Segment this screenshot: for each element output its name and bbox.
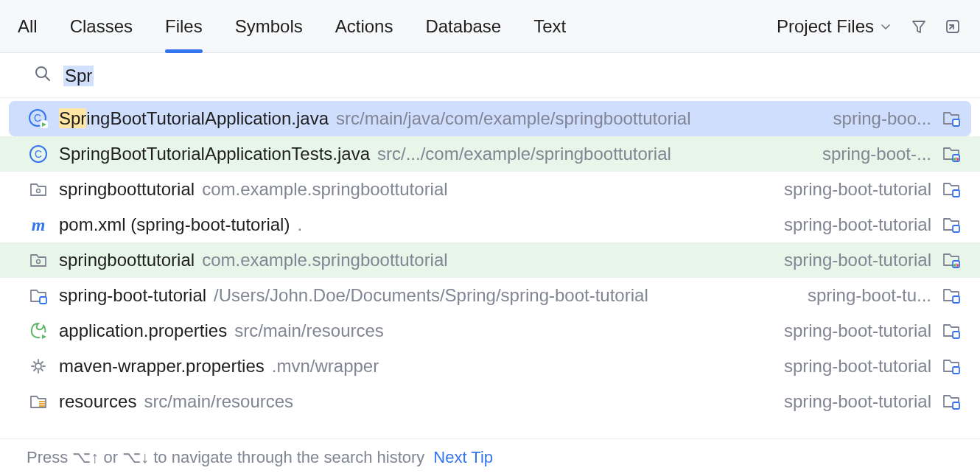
result-name: resources bbox=[59, 391, 136, 412]
tab-symbols[interactable]: Symbols bbox=[235, 0, 303, 52]
svg-rect-16 bbox=[953, 296, 959, 303]
result-row[interactable]: spring-boot-tutorial/Users/John.Doe/Docu… bbox=[0, 278, 980, 313]
footer-hint: Press ⌥↑ or ⌥↓ to navigate through the s… bbox=[0, 438, 980, 476]
result-main: spring-boot-tutorial/Users/John.Doe/Docu… bbox=[59, 285, 788, 306]
package-icon bbox=[28, 179, 49, 200]
tab-files[interactable]: Files bbox=[165, 0, 203, 52]
result-path: . bbox=[297, 214, 302, 235]
package-icon bbox=[28, 250, 49, 270]
module-icon bbox=[942, 108, 962, 129]
tab-actions[interactable]: Actions bbox=[335, 0, 393, 52]
result-module: spring-boot-... bbox=[822, 144, 931, 164]
result-path: src/main/resources bbox=[234, 321, 384, 341]
svg-text:C: C bbox=[35, 148, 42, 160]
pin-icon[interactable] bbox=[943, 17, 962, 36]
module-icon bbox=[942, 356, 962, 377]
navigation-hint: Press ⌥↑ or ⌥↓ to navigate through the s… bbox=[27, 448, 424, 467]
module-icon bbox=[942, 285, 962, 306]
result-path: src/.../com/example/springboottutorial bbox=[377, 144, 671, 164]
filter-icon[interactable] bbox=[909, 17, 928, 36]
results-list: CSpringBootTutorialApplication.javasrc/m… bbox=[0, 98, 980, 419]
result-name: spring-boot-tutorial bbox=[59, 285, 206, 306]
tab-classes[interactable]: Classes bbox=[70, 0, 133, 52]
result-row[interactable]: maven-wrapper.properties.mvn/wrapperspri… bbox=[0, 349, 980, 384]
result-name: SpringBootTutorialApplication.java bbox=[59, 108, 329, 129]
java-class-icon: C bbox=[28, 144, 49, 164]
result-path: src/main/resources bbox=[144, 391, 293, 412]
result-module: spring-boot-tu... bbox=[808, 285, 931, 306]
svg-rect-14 bbox=[953, 261, 959, 267]
svg-text:C: C bbox=[34, 112, 41, 124]
result-name: springboottutorial bbox=[59, 250, 195, 270]
module-icon bbox=[942, 321, 962, 341]
result-row[interactable]: mpom.xml (spring-boot-tutorial).spring-b… bbox=[0, 207, 980, 242]
tab-text[interactable]: Text bbox=[533, 0, 566, 52]
result-row[interactable]: CSpringBootTutorialApplication.javasrc/m… bbox=[9, 101, 971, 136]
result-path: src/main/java/com/example/springboottuto… bbox=[336, 108, 691, 129]
search-icon bbox=[34, 65, 52, 87]
result-module: spring-boot-tutorial bbox=[784, 321, 931, 341]
scope-dropdown[interactable]: Project Files bbox=[777, 16, 892, 37]
java-class-run-icon: C bbox=[28, 108, 49, 129]
module-test-icon bbox=[942, 250, 962, 270]
result-row[interactable]: CSpringBootTutorialApplicationTests.java… bbox=[0, 136, 980, 172]
search-input-row: Spr bbox=[0, 53, 980, 98]
result-main: SpringBootTutorialApplicationTests.javas… bbox=[59, 144, 803, 164]
result-module: spring-boot-tutorial bbox=[784, 391, 931, 412]
result-name: pom.xml (spring-boot-tutorial) bbox=[59, 214, 290, 235]
module-icon bbox=[942, 391, 962, 412]
result-main: pom.xml (spring-boot-tutorial). bbox=[59, 214, 765, 235]
header-actions bbox=[909, 17, 962, 36]
result-name: springboottutorial bbox=[59, 179, 195, 200]
result-path: /Users/John.Doe/Documents/Spring/spring-… bbox=[214, 285, 648, 306]
svg-point-13 bbox=[37, 260, 41, 264]
svg-rect-12 bbox=[953, 225, 959, 232]
tab-bar: All Classes Files Symbols Actions Databa… bbox=[18, 0, 777, 52]
spring-properties-icon bbox=[28, 321, 49, 341]
svg-rect-24 bbox=[953, 402, 959, 409]
search-header: All Classes Files Symbols Actions Databa… bbox=[0, 0, 980, 53]
svg-rect-20 bbox=[953, 367, 959, 374]
result-row[interactable]: resourcessrc/main/resourcesspring-boot-t… bbox=[0, 384, 980, 419]
result-main: springboottutorialcom.example.springboot… bbox=[59, 179, 765, 200]
svg-rect-15 bbox=[40, 297, 46, 304]
search-input[interactable]: Spr bbox=[63, 66, 94, 86]
result-main: springboottutorialcom.example.springboot… bbox=[59, 250, 765, 270]
result-module: spring-boo... bbox=[833, 108, 931, 129]
result-main: maven-wrapper.properties.mvn/wrapper bbox=[59, 356, 765, 377]
result-main: application.propertiessrc/main/resources bbox=[59, 321, 765, 341]
chevron-down-icon bbox=[880, 16, 892, 37]
result-module: spring-boot-tutorial bbox=[784, 356, 931, 377]
module-icon bbox=[942, 179, 962, 200]
result-name: SpringBootTutorialApplicationTests.java bbox=[59, 144, 370, 164]
result-row[interactable]: springboottutorialcom.example.springboot… bbox=[0, 242, 980, 278]
svg-rect-6 bbox=[953, 119, 959, 126]
tab-database[interactable]: Database bbox=[425, 0, 501, 52]
result-module: spring-boot-tutorial bbox=[784, 250, 931, 270]
result-name: maven-wrapper.properties bbox=[59, 356, 265, 377]
result-row[interactable]: springboottutorialcom.example.springboot… bbox=[0, 172, 980, 207]
result-path: com.example.springboottutorial bbox=[202, 250, 448, 270]
result-row[interactable]: application.propertiessrc/main/resources… bbox=[0, 313, 980, 349]
module-icon bbox=[28, 285, 49, 306]
resources-folder-icon bbox=[28, 391, 49, 412]
maven-icon: m bbox=[28, 214, 49, 235]
tab-all[interactable]: All bbox=[18, 0, 38, 52]
result-main: resourcessrc/main/resources bbox=[59, 391, 765, 412]
result-module: spring-boot-tutorial bbox=[784, 214, 931, 235]
svg-line-2 bbox=[45, 76, 49, 80]
result-name: application.properties bbox=[59, 321, 227, 341]
module-test-icon bbox=[942, 144, 962, 164]
svg-rect-9 bbox=[953, 155, 959, 161]
result-module: spring-boot-tutorial bbox=[784, 179, 931, 200]
gear-icon bbox=[28, 356, 49, 377]
svg-point-19 bbox=[35, 363, 41, 369]
svg-point-10 bbox=[37, 189, 41, 193]
result-path: .mvn/wrapper bbox=[272, 356, 379, 377]
svg-rect-18 bbox=[953, 332, 959, 338]
svg-rect-11 bbox=[953, 190, 959, 197]
next-tip-link[interactable]: Next Tip bbox=[433, 448, 493, 467]
module-icon bbox=[942, 214, 962, 235]
result-path: com.example.springboottutorial bbox=[202, 179, 448, 200]
result-main: SpringBootTutorialApplication.javasrc/ma… bbox=[59, 108, 814, 129]
